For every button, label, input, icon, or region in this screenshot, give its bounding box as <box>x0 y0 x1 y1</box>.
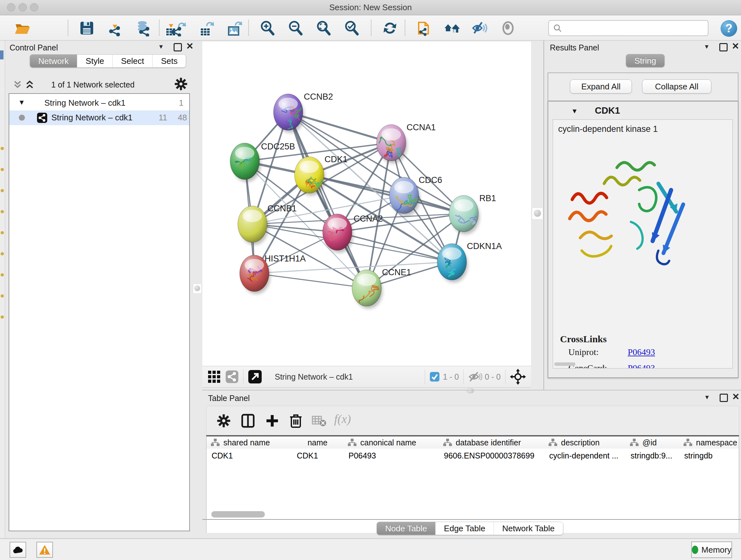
string-document-button[interactable] <box>415 19 433 37</box>
tab-edge-table[interactable]: Edge Table <box>435 522 494 535</box>
float-panel-icon[interactable]: ▾ <box>705 393 709 401</box>
tab-string[interactable]: String <box>626 54 664 67</box>
collection-expand-caret[interactable]: ▼ <box>18 98 25 107</box>
network-selection-count: 1 of 1 Network selected <box>40 80 145 89</box>
hide-glasses-button[interactable] <box>471 19 489 37</box>
delete-column-icon[interactable] <box>289 413 303 428</box>
gene-details-box: cyclin-dependent kinase 1 <box>553 119 733 368</box>
tab-sets[interactable]: Sets <box>152 55 186 67</box>
warnings-button[interactable] <box>37 542 53 558</box>
collection-label: String Network – cdk1 <box>44 98 125 108</box>
close-panel-icon[interactable]: ✕ <box>186 43 193 50</box>
node-CCNA1[interactable] <box>377 125 407 164</box>
save-session-button[interactable] <box>78 19 96 37</box>
collapse-all-icon[interactable] <box>13 79 22 90</box>
tab-style[interactable]: Style <box>77 55 112 67</box>
help-button[interactable]: ? <box>721 20 737 37</box>
import-database-button[interactable] <box>134 19 152 37</box>
column-header-shared-name[interactable]: shared name <box>206 436 292 449</box>
table-cell: CDK1 <box>297 451 341 460</box>
node-CCNB1[interactable] <box>238 206 268 245</box>
column-header-database-identifier[interactable]: database identifier <box>439 436 544 449</box>
float-panel-icon[interactable]: ▾ <box>159 43 163 51</box>
zoom-in-icon <box>259 20 276 37</box>
maximize-panel-icon[interactable] <box>174 43 182 51</box>
table-hscrollbar-thumb[interactable] <box>211 511 265 517</box>
show-columns-icon[interactable] <box>241 414 255 428</box>
table-tabs-divider <box>202 519 741 520</box>
tab-network[interactable]: Network <box>30 55 77 67</box>
hide-glasses-icon <box>472 20 488 37</box>
crosslink-value-link[interactable]: P06493 <box>628 347 655 357</box>
node-CCNB2[interactable] <box>273 94 304 133</box>
close-panel-icon[interactable]: ✕ <box>732 43 739 50</box>
cloud-icon <box>12 546 23 554</box>
edge-dot <box>1 189 4 192</box>
zoom-in-button[interactable] <box>259 19 276 37</box>
tab-select[interactable]: Select <box>112 55 152 67</box>
node-CDK1[interactable] <box>294 157 325 196</box>
birdseye-view-icon[interactable] <box>248 370 262 384</box>
export-table-button[interactable] <box>197 19 215 37</box>
expand-all-icon[interactable] <box>25 79 35 90</box>
hidden-counts: 0 - 0 <box>485 372 501 381</box>
expand-all-button[interactable]: Expand All <box>570 79 632 94</box>
window-title: Session: New Session <box>0 0 741 15</box>
node-RB1[interactable] <box>449 195 480 234</box>
node-label: CCNB2 <box>304 92 333 102</box>
crosslink-value-link[interactable]: P06493 <box>628 363 655 368</box>
network-canvas[interactable]: CCNB2CCNA1CDC25BCDK1CDC6RB1CCNB1CCNA2CDK… <box>202 42 531 366</box>
fit-content-crosshair-icon[interactable] <box>510 369 526 385</box>
show-eye-button[interactable] <box>499 19 517 37</box>
maximize-panel-icon[interactable] <box>720 394 728 402</box>
string-home-button[interactable] <box>443 19 461 37</box>
export-image-button[interactable] <box>225 19 243 37</box>
node-CDKN1A[interactable] <box>437 244 468 283</box>
tab-network-table[interactable]: Network Table <box>494 522 563 535</box>
network-collection-row[interactable]: ▼ String Network – cdk1 1 <box>9 96 189 111</box>
column-header-description[interactable]: description <box>544 436 626 449</box>
cloud-button[interactable] <box>10 542 26 558</box>
import-network-button[interactable] <box>106 19 124 37</box>
export-network-button[interactable] <box>169 19 187 37</box>
results-scrollbar-thumb[interactable] <box>554 362 576 366</box>
save-floppy-icon <box>78 20 95 37</box>
column-header-@id[interactable]: @id <box>625 436 679 449</box>
column-header-name[interactable]: name <box>292 436 344 449</box>
column-header-namespace[interactable]: namespace <box>679 436 739 449</box>
search-input[interactable] <box>565 21 708 35</box>
zoom-fit-button[interactable] <box>315 19 333 37</box>
node-label: CDC6 <box>419 175 442 185</box>
refresh-button[interactable] <box>381 19 399 37</box>
shared-column-icon <box>549 439 557 446</box>
left-splitter-handle[interactable] <box>193 284 202 294</box>
right-splitter-handle[interactable] <box>532 207 543 220</box>
control-panel: Control Panel ▾ ✕ NetworkStyleSelectSets… <box>5 41 198 538</box>
network-row-selected[interactable]: String Network – cdk1 11 48 <box>9 111 189 125</box>
column-header-canonical-name[interactable]: canonical name <box>343 436 439 449</box>
memory-button[interactable]: Memory <box>691 542 732 558</box>
gene-expand-caret[interactable]: ▼ <box>571 107 578 115</box>
table-row[interactable]: CDK1CDK1P064939606.ENSP00000378699cyclin… <box>206 449 739 462</box>
main-toolbar: ? <box>0 15 741 41</box>
network-list-icon[interactable] <box>225 370 239 383</box>
tab-node-table[interactable]: Node Table <box>377 522 435 535</box>
selected-nodes-checkbox-icon[interactable] <box>429 372 440 382</box>
open-session-button[interactable] <box>13 19 31 37</box>
close-panel-icon[interactable]: ✕ <box>732 394 739 400</box>
node-label: RB1 <box>479 193 496 203</box>
grid-view-icon[interactable] <box>207 370 221 383</box>
table-gear-icon[interactable] <box>217 414 231 428</box>
zoom-selected-button[interactable] <box>343 19 360 37</box>
maximize-panel-icon[interactable] <box>719 43 728 51</box>
network-options-gear-icon[interactable] <box>174 77 188 91</box>
node-CDC6[interactable] <box>389 177 420 216</box>
add-column-icon[interactable] <box>265 414 279 428</box>
zoom-out-button[interactable] <box>286 19 305 37</box>
node-CCNE1[interactable] <box>352 270 383 314</box>
collapse-all-button[interactable]: Collapse All <box>642 79 711 94</box>
float-panel-icon[interactable]: ▾ <box>705 43 709 51</box>
node-label: CDC25B <box>261 142 295 151</box>
network-view-toolbar: String Network – cdk1 1 - 0 0 - 0 <box>202 366 531 388</box>
search-box[interactable] <box>548 20 709 36</box>
